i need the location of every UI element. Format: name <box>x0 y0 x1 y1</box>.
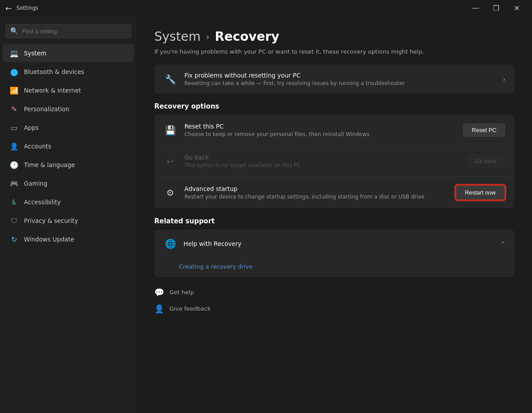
gaming-icon: 🎮 <box>10 179 19 188</box>
reset-desc: Choose to keep or remove your personal f… <box>184 131 456 137</box>
fix-desc: Resetting can take a while — first, try … <box>184 80 496 86</box>
creating-recovery-link[interactable]: Creating a recovery drive <box>154 258 514 277</box>
restart-now-button[interactable]: Restart now <box>455 185 505 200</box>
get-help-label: Get help <box>169 289 194 296</box>
fix-problems-card[interactable]: 🔧 Fix problems without resetting your PC… <box>154 65 514 94</box>
recovery-options-card: 💾 Reset this PC Choose to keep or remove… <box>154 115 514 208</box>
sidebar-item-accessibility[interactable]: ♿ Accessibility <box>3 193 134 211</box>
reset-title: Reset this PC <box>184 123 456 130</box>
sidebar: 🔍 💻 System ⬤ Bluetooth & devices 📶 Netwo… <box>0 16 137 413</box>
update-icon: ↻ <box>10 235 19 244</box>
back-button[interactable]: ← <box>5 4 12 13</box>
fix-title: Fix problems without resetting your PC <box>184 72 496 79</box>
reset-pc-button[interactable]: Reset PC <box>463 123 505 137</box>
search-input[interactable] <box>22 28 126 35</box>
titlebar-controls: — ❐ ✕ <box>466 0 527 16</box>
goback-desc: This option is no longer available on th… <box>184 162 459 168</box>
bluetooth-icon: ⬤ <box>10 67 19 76</box>
help-icon: 🌐 <box>163 237 177 251</box>
support-left: 🌐 Help with Recovery <box>163 237 242 251</box>
search-box[interactable]: 🔍 <box>5 24 131 38</box>
advanced-startup-row: ⚙ Advanced startup Restart your device t… <box>154 177 514 208</box>
breadcrumb: System › Recovery <box>154 29 514 44</box>
sidebar-item-bluetooth[interactable]: ⬤ Bluetooth & devices <box>3 63 134 81</box>
sidebar-item-accounts[interactable]: 👤 Accounts <box>3 137 134 155</box>
breadcrumb-current: Recovery <box>215 29 279 44</box>
reset-icon: 💾 <box>163 123 177 137</box>
reset-pc-row: 💾 Reset this PC Choose to keep or remove… <box>154 115 514 146</box>
titlebar-left: ← Settings <box>5 4 38 13</box>
sidebar-item-label: System <box>24 50 46 57</box>
personalization-icon: ✎ <box>10 105 19 113</box>
sidebar-item-label: Network & internet <box>24 87 81 94</box>
breadcrumb-parent[interactable]: System <box>154 29 200 44</box>
sidebar-item-time[interactable]: 🕐 Time & language <box>3 156 134 174</box>
goback-text: Go back This option is no longer availab… <box>184 154 459 168</box>
footer-links: 💬 Get help 👤 Give feedback <box>154 286 514 315</box>
sidebar-item-gaming[interactable]: 🎮 Gaming <box>3 175 134 192</box>
fix-icon: 🔧 <box>163 72 177 86</box>
support-chevron-icon: ⌃ <box>500 240 505 247</box>
sidebar-item-label: Windows Update <box>24 236 74 243</box>
sidebar-item-privacy[interactable]: 🛡 Privacy & security <box>3 212 134 230</box>
accessibility-icon: ♿ <box>10 198 19 206</box>
time-icon: 🕐 <box>10 160 19 169</box>
sidebar-item-label: Gaming <box>24 180 47 187</box>
help-recovery-card: 🌐 Help with Recovery ⌃ Creating a recove… <box>154 230 514 277</box>
sidebar-item-apps[interactable]: ▭ Apps <box>3 119 134 136</box>
advanced-title: Advanced startup <box>184 185 448 192</box>
sidebar-item-label: Accessibility <box>24 199 61 206</box>
sidebar-item-label: Privacy & security <box>24 217 78 224</box>
breadcrumb-arrow: › <box>206 31 209 42</box>
reset-text: Reset this PC Choose to keep or remove y… <box>184 123 456 137</box>
advanced-icon: ⚙ <box>163 186 177 200</box>
network-icon: 📶 <box>10 86 19 95</box>
give-feedback-link[interactable]: 👤 Give feedback <box>154 302 514 315</box>
advanced-desc: Restart your device to change startup se… <box>184 194 448 200</box>
goback-icon: ↩ <box>163 154 177 168</box>
minimize-button[interactable]: — <box>466 0 486 16</box>
apps-icon: ▭ <box>10 123 19 132</box>
sidebar-item-label: Time & language <box>24 161 75 168</box>
sidebar-item-update[interactable]: ↻ Windows Update <box>3 230 134 248</box>
help-title: Help with Recovery <box>184 240 242 247</box>
goback-title: Go back <box>184 154 459 161</box>
get-help-icon: 💬 <box>154 288 164 297</box>
give-feedback-label: Give feedback <box>169 305 211 312</box>
fix-problems-row[interactable]: 🔧 Fix problems without resetting your PC… <box>154 65 514 94</box>
fix-text: Fix problems without resetting your PC R… <box>184 72 496 86</box>
fix-chevron-icon: › <box>503 76 505 83</box>
titlebar: ← Settings — ❐ ✕ <box>0 0 532 16</box>
page-subtitle: If you're having problems with your PC o… <box>154 48 514 55</box>
related-support-title: Related support <box>154 217 514 225</box>
sidebar-item-label: Apps <box>24 124 39 131</box>
titlebar-title: Settings <box>16 5 38 11</box>
system-icon: 💻 <box>10 49 19 58</box>
main-content: System › Recovery If you're having probl… <box>137 16 532 413</box>
maximize-button[interactable]: ❐ <box>486 0 506 16</box>
close-button[interactable]: ✕ <box>506 0 527 16</box>
sidebar-item-personalization[interactable]: ✎ Personalization <box>3 100 134 118</box>
sidebar-item-label: Accounts <box>24 143 51 150</box>
sidebar-item-label: Bluetooth & devices <box>24 68 84 75</box>
get-help-link[interactable]: 💬 Get help <box>154 286 514 299</box>
go-back-button: Go back <box>466 154 505 168</box>
go-back-row: ↩ Go back This option is no longer avail… <box>154 146 514 177</box>
sidebar-item-network[interactable]: 📶 Network & internet <box>3 82 134 99</box>
give-feedback-icon: 👤 <box>154 304 164 313</box>
recovery-options-title: Recovery options <box>154 102 514 110</box>
advanced-text: Advanced startup Restart your device to … <box>184 185 448 200</box>
search-icon: 🔍 <box>10 27 19 35</box>
help-recovery-header[interactable]: 🌐 Help with Recovery ⌃ <box>154 230 514 258</box>
app-layout: 🔍 💻 System ⬤ Bluetooth & devices 📶 Netwo… <box>0 16 532 413</box>
privacy-icon: 🛡 <box>10 216 19 225</box>
sidebar-item-label: Personalization <box>24 105 69 113</box>
accounts-icon: 👤 <box>10 142 19 151</box>
sidebar-item-system[interactable]: 💻 System <box>3 44 134 62</box>
